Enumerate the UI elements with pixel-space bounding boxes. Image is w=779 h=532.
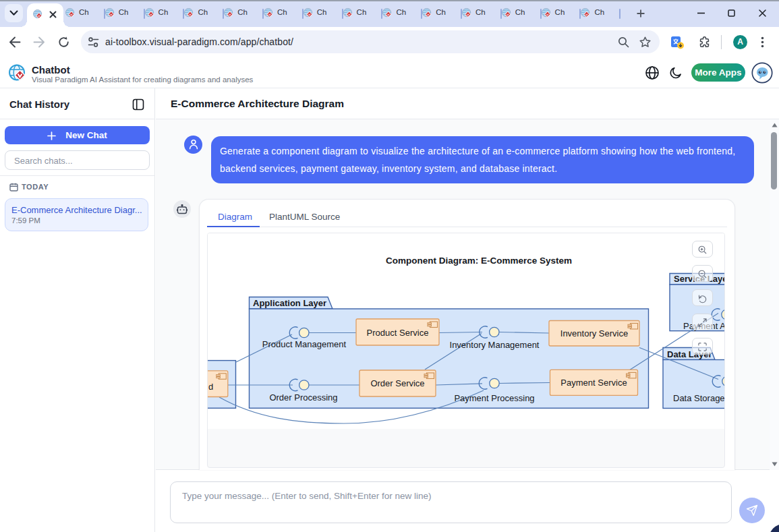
svg-text:Data Storage: Data Storage <box>673 393 725 403</box>
svg-text:Payment Processing: Payment Processing <box>454 393 534 403</box>
svg-text:Order Service: Order Service <box>370 378 424 388</box>
svg-text:d: d <box>208 382 213 392</box>
svg-text:Inventory Service: Inventory Service <box>560 328 628 338</box>
svg-text:Inventory Management: Inventory Management <box>450 340 540 350</box>
svg-text:Product Management: Product Management <box>262 339 347 349</box>
svg-text:Application Layer: Application Layer <box>253 298 326 308</box>
svg-text:Payment Service: Payment Service <box>560 378 627 388</box>
svg-text:Product Service: Product Service <box>367 328 429 338</box>
svg-text:Component Diagram: E-Commerce: Component Diagram: E-Commerce System <box>386 256 572 266</box>
svg-text:Order Processing: Order Processing <box>269 392 337 403</box>
